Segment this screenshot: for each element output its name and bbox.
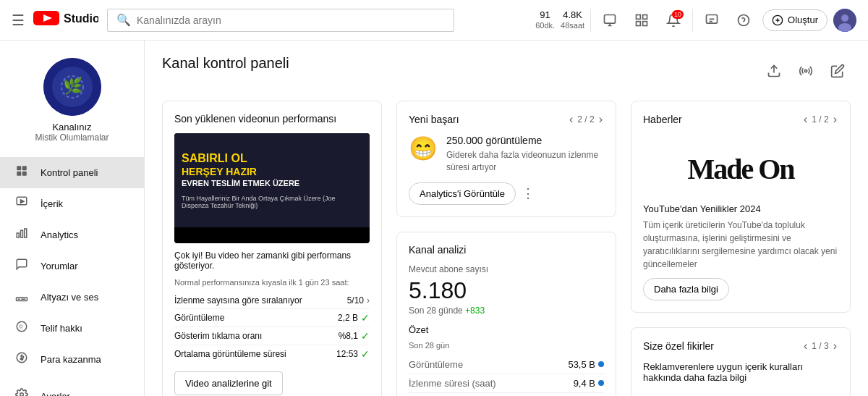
- sidebar-item-telif[interactable]: © Telif hakkı: [0, 313, 144, 344]
- sidebar-item-icerik[interactable]: İçerik: [0, 188, 144, 219]
- achievement-prev-btn[interactable]: ‹: [568, 113, 574, 126]
- views-label: 48saat: [561, 21, 584, 30]
- more-options-btn[interactable]: ⋮: [522, 185, 535, 201]
- summary-rows: Görüntüleme 53,5 B İzlenme süresi (saat)…: [409, 355, 604, 396]
- mid-column: Yeni başarı ‹ 2 / 2 › 😁 250.000 görüntül…: [396, 101, 616, 396]
- video-performance-card: Son yüklenen videonun performansı SABIRL…: [162, 101, 382, 396]
- grid-icon-btn[interactable]: [629, 7, 655, 33]
- nav-divider2: [692, 9, 693, 32]
- svg-rect-26: [25, 229, 27, 237]
- ideas-next-btn[interactable]: ›: [832, 340, 838, 353]
- svg-point-33: [804, 69, 807, 72]
- news-prev-btn[interactable]: ‹: [802, 113, 809, 126]
- main-layout: 🌿 Kanalınız Mistik Olumlamalar Kontrol p…: [0, 41, 868, 396]
- summary-row-2: Tahmini gelir $106,73: [409, 393, 604, 396]
- svg-marker-23: [21, 200, 25, 203]
- views-num: 4.8K: [563, 9, 582, 21]
- metric-value-0: 5/10: [347, 295, 364, 306]
- achievement-next-btn[interactable]: ›: [597, 113, 604, 126]
- sidebar-item-altyazi[interactable]: Altyazı ve ses: [0, 282, 144, 313]
- live-icon-btn[interactable]: [597, 7, 623, 33]
- sidebar-label-icerik: İçerik: [41, 198, 63, 209]
- summary-label-1: İzlenme süresi (saat): [409, 378, 496, 389]
- upload-icon-btn[interactable]: [761, 58, 787, 84]
- broadcast-icon-btn[interactable]: [793, 58, 819, 84]
- thumbnail-line3: EVREN TESLİM ETMEK ÜZERE: [182, 179, 299, 188]
- channel-analytics-title: Kanal analizi: [409, 244, 604, 256]
- views-stat[interactable]: 4.8K 48saat: [561, 9, 584, 30]
- ideas-card-title: Size özel fikirler ‹ 1 / 3 ›: [643, 340, 838, 353]
- summary-title: Özet: [409, 324, 604, 335]
- svg-text:©: ©: [19, 324, 23, 330]
- learn-more-button[interactable]: Daha fazla bilgi: [643, 278, 729, 300]
- live-viewers-stat[interactable]: 91 60dk.: [535, 9, 555, 30]
- help-icon-btn[interactable]: [731, 7, 757, 33]
- metric-value-1: 2,2 B: [338, 313, 358, 323]
- ideas-prev-btn[interactable]: ‹: [802, 340, 809, 353]
- live-viewers-label: 60dk.: [535, 21, 555, 30]
- achievement-title: 250.000 görüntüleme: [446, 135, 604, 146]
- metric-row-1: Görüntüleme 2,2 B ✓: [174, 309, 370, 327]
- feedback-icon-btn[interactable]: [699, 7, 725, 33]
- svg-point-13: [838, 23, 851, 32]
- main-content: Kanal kontrol paneli Son yüklenen videon…: [145, 41, 868, 396]
- news-card-title: Haberler ‹ 1 / 2 ›: [643, 113, 838, 126]
- dot-0: [598, 361, 604, 367]
- analyze-button[interactable]: Video analizlerine git: [174, 371, 283, 395]
- create-button[interactable]: Oluştur: [762, 9, 827, 31]
- metric-label-3: Ortalama görüntüleme süresi: [174, 349, 336, 359]
- user-avatar[interactable]: [833, 9, 856, 32]
- news-card: Haberler ‹ 1 / 2 › Made On YouTube'dan Y…: [631, 101, 851, 313]
- top-nav: ☰ Studio 🔍 91 60dk. 4.8K 48saat: [0, 0, 868, 41]
- svg-rect-5: [643, 14, 647, 19]
- analytics-btn-row: Analytics'i Görüntüle ⋮: [409, 182, 604, 205]
- news-nav: ‹ 1 / 2 ›: [802, 113, 838, 126]
- logo[interactable]: Studio: [33, 8, 98, 33]
- sidebar-item-ayarlar[interactable]: Ayarlar: [0, 381, 144, 396]
- right-column: Haberler ‹ 1 / 2 › Made On YouTube'dan Y…: [631, 101, 851, 396]
- metric-label-2: Gösterim tıklama oranı: [174, 331, 339, 341]
- hamburger-menu[interactable]: ☰: [12, 12, 25, 29]
- edit-icon-btn[interactable]: [825, 58, 851, 84]
- metric-value-3: 12:53: [336, 349, 358, 359]
- ideas-card: Size özel fikirler ‹ 1 / 3 › Reklamveren…: [631, 327, 851, 396]
- svg-rect-20: [17, 172, 21, 176]
- youtube-icon: Studio: [33, 8, 98, 33]
- metric-icon-2: ✓: [361, 330, 370, 342]
- news-next-btn[interactable]: ›: [832, 113, 838, 126]
- video-thumbnail: SABIRLI OL HERŞEY HAZIR EVREN TESLİM ETM…: [174, 133, 370, 243]
- news-title: YouTube'dan Yenilikler 2024: [643, 203, 838, 214]
- page-title: Kanal kontrol paneli: [162, 55, 289, 72]
- altyazi-icon: [14, 289, 29, 306]
- sidebar-item-yorumlar[interactable]: Yorumlar: [0, 250, 144, 282]
- sidebar-item-para[interactable]: Para kazanma: [0, 344, 144, 375]
- sidebar-label-ayarlar: Ayarlar: [41, 391, 70, 396]
- analytics-view-button[interactable]: Analytics'i Görüntüle: [409, 182, 516, 205]
- summary-value-1: 9,4 B: [574, 378, 604, 389]
- notification-bell[interactable]: 10: [660, 7, 686, 33]
- summary-period: Son 28 gün: [409, 341, 604, 350]
- perf-period: Normal performansınıza kıyasla ilk 1 gün…: [174, 278, 370, 287]
- metric-row-3: Ortalama görüntüleme süresi 12:53 ✓: [174, 345, 370, 363]
- svg-rect-4: [637, 14, 641, 19]
- sidebar-item-analytics[interactable]: Analytics: [0, 219, 144, 250]
- channel-avatar[interactable]: 🌿: [43, 58, 101, 116]
- sidebar-label-altyazi: Altyazı ve ses: [41, 292, 98, 303]
- search-input[interactable]: [137, 14, 445, 26]
- channel-subtitle: Mistik Olumlamalar: [35, 132, 109, 143]
- sidebar-item-kontrol-paneli[interactable]: Kontrol paneli: [0, 157, 144, 188]
- summary-label-0: Görüntüleme: [409, 359, 463, 370]
- sidebar-label-kontrol-paneli: Kontrol paneli: [41, 167, 98, 178]
- para-icon: [14, 351, 29, 368]
- news-desc: Tüm içerik üreticilerin YouTube'da toplu…: [643, 219, 838, 271]
- ideas-nav-label: 1 / 3: [812, 341, 828, 351]
- ideas-nav: ‹ 1 / 3 ›: [802, 340, 838, 353]
- page-header: Kanal kontrol paneli: [162, 55, 851, 86]
- svg-rect-24: [17, 233, 19, 237]
- svg-rect-7: [643, 21, 647, 25]
- search-bar: 🔍: [107, 9, 454, 32]
- achievement-row: 😁 250.000 görüntüleme Giderek daha fazla…: [409, 135, 604, 174]
- svg-point-12: [841, 14, 848, 22]
- svg-text:Studio: Studio: [64, 12, 98, 25]
- sidebar-label-telif: Telif hakkı: [41, 323, 82, 334]
